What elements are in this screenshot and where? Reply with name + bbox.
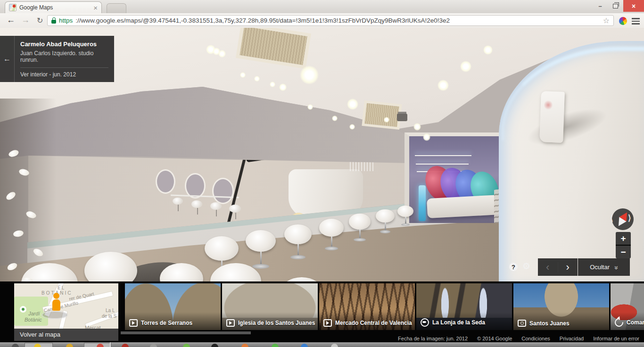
terms-link[interactable]: Condiciones [521,336,550,341]
ceiling-light [384,117,389,123]
taskbar-app-icon[interactable] [272,344,279,347]
minimap-poi-dot [20,306,26,313]
taskbar-app-icon[interactable] [150,344,157,347]
stool-stem [297,244,299,255]
thumbnail-iglesia-santos-juanes[interactable]: Iglesia de los Santos Juanes [222,283,318,330]
window-restore-button[interactable] [608,1,622,11]
bookmark-star-icon[interactable]: ☆ [603,16,610,25]
ceiling-light [347,99,358,110]
ceiling-light [483,45,493,55]
mirror-reflection-chair [173,198,183,205]
photo-tour-icon [226,319,235,327]
flower-petal [6,262,18,272]
zoom-out-button[interactable]: − [616,246,631,258]
new-tab-button[interactable] [107,3,126,14]
thumbnail-label: Torres de Serranos [141,320,192,326]
flower-petal [13,230,24,238]
stool [319,219,344,250]
carousel-prev-icon[interactable]: ‹ [538,260,558,274]
windows-taskbar[interactable] [0,342,644,347]
place-info-card: ← Carmelo Abad Peluqueros Juan Carlos Iz… [0,36,114,82]
ceiling-light [413,123,421,131]
pegman-icon[interactable] [50,293,62,314]
window-close-button[interactable]: × [623,0,644,12]
minimap-tile[interactable]: EL BOTÀNIC Jardí Botànic rer de Quart Ca… [14,283,118,341]
mirror-reflection-chair-stem [197,208,198,215]
taskbar-app-icon[interactable] [122,344,129,347]
minimap-label: EL [58,285,65,290]
compass-control[interactable]: ⟨ ⟩ [612,208,634,230]
ceiling-light [218,50,226,58]
ceiling-light [423,133,430,141]
stool-seat [319,219,344,236]
zoom-in-button[interactable]: + [616,232,631,245]
stool-seat [160,263,203,281]
hide-carousel-button[interactable]: Ocultar » [578,258,630,276]
stool-seat [284,224,312,244]
extension-pinwheel-icon[interactable] [619,17,627,25]
stool-base [290,255,305,259]
stool-stem [385,223,386,230]
stool-seat [246,230,276,252]
flower-petal [32,247,44,257]
place-title: Carmelo Abad Peluqueros [20,41,108,48]
taskbar-app-icon[interactable] [241,344,248,347]
reload-icon[interactable]: ↻ [37,16,43,25]
stool-base [401,223,410,226]
back-to-map-button[interactable]: Volver al mapa [14,329,118,341]
minimap-label: de la S [102,314,116,319]
stool-seat [397,206,413,217]
window-minimize-button[interactable]: – [593,1,607,11]
address-bar[interactable]: https://www.google.es/maps/@39.475441,-0… [47,15,614,26]
thumbnail-comarca[interactable]: Comarca [611,283,644,330]
thumbnail-la-lonja[interactable]: La Lonja de la Seda [416,283,512,330]
taskbar-app-icon[interactable] [331,344,338,347]
copyright: © 2014 Google [477,336,512,341]
ceiling-light [307,104,313,110]
taskbar-app-icon[interactable] [301,344,308,347]
taskbar-app-icon[interactable] [12,344,19,347]
stool [397,206,413,226]
carousel-nav-panel: ‹ › [538,258,578,276]
settings-gear-icon[interactable]: ⚙ [522,261,530,272]
privacy-link[interactable]: Privacidad [560,336,584,341]
thumbnail-label: La Lonja de la Seda [432,319,485,326]
forward-icon[interactable]: → [21,15,30,25]
thumbnail-label: Mercado Central de Valencia [335,320,412,326]
minimap-label: La L [106,308,115,313]
street-view-panorama[interactable]: ← Carmelo Abad Peluqueros Juan Carlos Iz… [0,28,644,281]
map-attribution-bar: Fecha de la imagen: jun. 2012 © 2014 Goo… [398,336,639,341]
browser-menu-icon[interactable] [632,18,640,26]
thumbnail-santos-juanes[interactable]: Santos Juanes [513,283,609,330]
stool [280,277,323,281]
carousel-next-icon[interactable]: › [558,260,578,274]
stool-seat [280,277,323,281]
taskbar-app-icon[interactable] [211,344,218,347]
view-interior-date[interactable]: Ver interior - jun. 2012 [20,71,108,78]
back-arrow-button[interactable]: ← [0,36,15,82]
mirror-reflection-chair-stem [178,205,179,211]
report-error-link[interactable]: Informar de un error [593,336,639,341]
card-divider [20,67,108,68]
browser-titlebar: Google Maps × – × [0,0,644,14]
mirror-reflection-chair-stem [216,210,217,216]
stool-base [380,230,390,233]
flower-petal [5,190,17,201]
browser-tab-google-maps[interactable]: Google Maps × [5,1,102,13]
thumbnail-torres-de-serranos[interactable]: Torres de Serranos [125,283,221,330]
thumbnail-label: Comarca [627,319,644,326]
ceiling-light [300,66,319,84]
tab-title: Google Maps [19,4,91,11]
help-button[interactable]: ? [509,263,518,271]
url-scheme: https [59,17,73,24]
taskbar-app-icon[interactable] [183,344,190,347]
back-icon[interactable]: ← [7,15,15,25]
stool-seat [84,252,137,281]
tab-close-icon[interactable]: × [93,4,98,11]
carousel-scrollbar[interactable] [121,331,251,334]
stool-base [325,247,339,250]
minimap-label: Jardí [28,311,40,316]
zoom-control: + − [616,232,631,258]
taskbar-app-icon[interactable] [66,344,73,347]
thumbnail-mercado-central[interactable]: Mercado Central de Valencia [319,283,415,330]
